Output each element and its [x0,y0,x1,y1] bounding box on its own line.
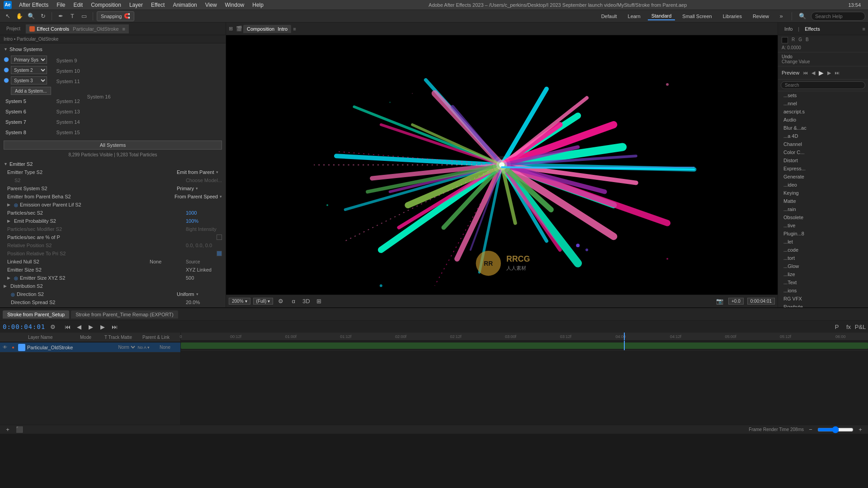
effect-keying[interactable]: Keying [778,189,868,197]
system-select-1[interactable]: Primary System [11,56,47,64]
menu-window[interactable]: Window [222,1,248,9]
x-rotation-row[interactable]: ▶ ◎ X Rotation S2 0x+0.0° [0,306,226,307]
particles-pct-row[interactable]: Particles/sec are % of P [0,233,226,241]
preview-skip-back[interactable]: ⏮ [803,70,808,75]
vis-dot-1[interactable] [4,57,9,62]
comp-menu-icon[interactable]: ≡ [293,26,296,32]
emitter-from-parent-value[interactable]: From Parent Speed ▾ [175,194,222,199]
emitter-type-row[interactable]: Emitter Type S2 Emit from Parent ▾ [0,168,226,176]
menu-file[interactable]: File [53,1,69,9]
emission-over-parent-row[interactable]: ▶ ◎ Emission over Parent Lif S2 [0,201,226,209]
emitter-from-parent-row[interactable]: Emitter from Parent Beha S2 From Parent … [0,192,226,201]
effect-distort[interactable]: Distort [778,156,868,164]
menu-animation[interactable]: Animation [169,1,200,9]
effect-text[interactable]: ...Text [778,278,868,286]
effect-code[interactable]: ...code [778,246,868,254]
prev-frame-btn[interactable]: ◀ [74,322,84,332]
particles-pct-checkbox[interactable] [217,235,222,240]
rotate-tool[interactable]: ↻ [38,11,48,21]
add-layer-btn[interactable]: + [3,425,13,435]
workspace-learn[interactable]: Learn [624,13,644,20]
zoom-tool[interactable]: 🔍 [26,11,36,21]
particles-sec-row[interactable]: Particles/sec S2 1000 [0,209,226,217]
direction-value[interactable]: Uniform ▾ [177,291,222,297]
layer-row-1[interactable]: 👁 ● Particular_OldStroke Norm No A ▾ Non… [0,343,180,352]
zoom-slider[interactable] [817,426,854,433]
emitter-size-row[interactable]: Emitter Size S2 XYZ Linked [0,266,226,274]
effect-channel[interactable]: Channel [778,140,868,148]
effects-search-input[interactable] [781,81,865,89]
snapping-toggle[interactable]: Snapping 🧲 [97,11,134,21]
effect-generate[interactable]: Generate [778,173,868,181]
timeline-tab-1[interactable]: Stroke from Parent_Setup [3,310,69,319]
pos-rel-pri-row[interactable]: Position Relative To Pri S2 [0,249,226,258]
preview-back[interactable]: ◀ [811,70,815,76]
layer-solo-1[interactable]: ● [10,344,16,351]
effect-rg-vfx[interactable]: RG VFX [778,295,868,303]
linked-null-row[interactable]: Linked Null S2 None Source [0,258,226,266]
info-tab[interactable]: Info [781,25,796,33]
layer-mode-select-1[interactable]: Norm [116,344,137,350]
effect-color[interactable]: Color C... [778,148,868,156]
snapshot-btn[interactable]: 📷 [715,296,725,306]
direction-row[interactable]: ◎ Direction S2 Uniform ▾ [0,290,226,298]
menu-composition[interactable]: Composition [87,1,125,9]
layer-vis-1[interactable]: 👁 [2,344,8,351]
menu-edit[interactable]: Edit [70,1,86,9]
effect-let[interactable]: ...let [778,238,868,246]
effects-tab[interactable]: Effects [801,25,823,33]
effect-aescript[interactable]: aescript.s [778,108,868,116]
all-systems-btn[interactable]: All Systems [4,141,222,150]
right-panel-menu[interactable]: ≡ [863,26,865,32]
effect-obsolete[interactable]: Obsolete [778,213,868,221]
effect-controls-tab[interactable]: Effect Controls Particular_OldStroke ≡ [26,24,129,33]
system-select-2[interactable]: System 2 [11,66,47,74]
shape-tool[interactable]: ▭ [79,11,89,21]
project-tab[interactable]: Project [3,24,24,33]
add-system-btn[interactable]: Add a System... [11,87,51,95]
timeline-tab-2[interactable]: Stroke from Parent_Time Remap (EXPORT) [71,310,178,319]
effect-lize[interactable]: ...lize [778,270,868,278]
timeline-settings-btn[interactable]: ⚙ [48,322,58,332]
layer-props-btn[interactable]: P [832,322,842,332]
3d-toggle-btn[interactable]: 3D [301,296,311,306]
effect-sets[interactable]: ...sets [778,91,868,99]
quality-select[interactable]: (Full) ▾ [253,298,274,305]
menu-after-effects[interactable]: After Effects [15,1,52,9]
distribution-row[interactable]: ▶ Distribution S2 [0,282,226,290]
toggle-alpha-btn[interactable]: α [288,296,298,306]
preview-forward[interactable]: ▶ [827,70,831,76]
next-frame-btn[interactable]: ▶ [98,322,108,332]
workspace-small-screen[interactable]: Small Screen [679,13,715,20]
workspace-libraries[interactable]: Libraries [719,13,745,20]
grid-btn[interactable]: ⊞ [314,296,324,306]
workspace-standard[interactable]: Standard [648,12,675,20]
menu-layer[interactable]: Layer [126,1,146,9]
effect-nnel[interactable]: ...nnel [778,99,868,108]
effect-4d[interactable]: ...a 4D [778,132,868,140]
emitter-size-xyz-row[interactable]: ▶ ◎ Emitter Size XYZ S2 500 [0,274,226,282]
effect-ions[interactable]: ...ions [778,286,868,295]
effect-rowbyte[interactable]: Rowbyte [778,303,868,307]
render-queue-btn[interactable]: ⬛ [14,425,24,435]
hand-tool[interactable]: ✋ [14,11,24,21]
pos-rel-checkbox[interactable] [217,251,222,256]
effect-ideo[interactable]: ...ideo [778,181,868,189]
show-systems-header[interactable]: ▼ Show Systems [0,45,226,53]
vis-dot-3[interactable] [4,78,9,83]
composition-tab[interactable]: Composition Intro [243,25,291,33]
parent-system-value[interactable]: Primary ▾ [177,186,222,191]
go-to-start-btn[interactable]: ⏮ [62,322,72,332]
zoom-out-btn[interactable]: − [806,425,816,435]
menu-effect[interactable]: Effect [147,1,168,9]
parent-btn[interactable]: P&L [855,322,865,332]
search-btn[interactable]: 🔍 [797,11,807,21]
effect-controls-menu-icon[interactable]: ≡ [123,26,125,32]
effect-tort[interactable]: ...tort [778,254,868,262]
parent-system-row[interactable]: Parent System S2 Primary ▾ [0,184,226,192]
emit-prob-row[interactable]: ▶ Emit Probability S2 100% [0,217,226,225]
undo-label[interactable]: Undo [782,54,864,59]
play-btn[interactable]: ▶ [86,322,96,332]
preview-play[interactable]: ▶ [819,69,824,76]
menu-help[interactable]: Help [249,1,267,9]
